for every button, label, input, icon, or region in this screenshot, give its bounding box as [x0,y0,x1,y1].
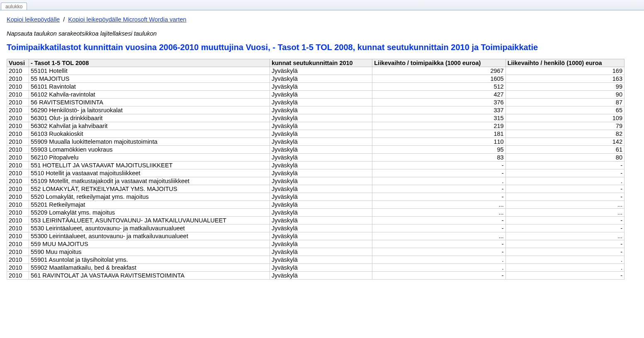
cell-liikevaihto-toimipaikka: 181 [372,130,505,138]
cell-vuosi: 2010 [7,122,29,130]
cell-tasot: 561 RAVINTOLAT JA VASTAAVA RAVITSEMISTOI… [29,272,270,280]
cell-vuosi: 2010 [7,217,29,225]
table-row: 20105520 Lomakylät, retkeilymajat yms. m… [7,193,625,201]
cell-kunnat: Jyväskylä [270,130,372,138]
cell-liikevaihto-toimipaikka: 1605 [372,75,505,83]
cell-liikevaihto-henkilo: 142 [505,138,624,146]
cell-tasot: 559 MUU MAJOITUS [29,240,270,248]
cell-tasot: 56101 Ravintolat [29,83,270,91]
cell-vuosi: 2010 [7,106,29,114]
cell-tasot: 552 LOMAKYLÄT, RETKEILYMAJAT YMS. MAJOIT… [29,185,270,193]
cell-liikevaihto-toimipaikka: - [372,217,505,225]
table-row: 2010553 LEIRINTÄALUEET, ASUNTOVAUNU- JA … [7,217,625,225]
cell-liikevaihto-toimipaikka: ... [372,232,505,240]
cell-kunnat: Jyväskylä [270,248,372,256]
cell-kunnat: Jyväskylä [270,193,372,201]
table-row: 20105530 Leirintäalueet, asuntovaunu- ja… [7,225,625,232]
col-header-tasot[interactable]: - Tasot 1-5 TOL 2008 [29,59,270,67]
cell-tasot: 56290 Henkilöstö- ja laitosruokalat [29,106,270,114]
cell-liikevaihto-henkilo: 99 [505,83,624,91]
cell-liikevaihto-henkilo: 163 [505,75,624,83]
cell-vuosi: 2010 [7,75,29,83]
cell-kunnat: Jyväskylä [270,201,372,209]
cell-kunnat: Jyväskylä [270,225,372,232]
cell-tasot: 55903 Lomamökkien vuokraus [29,146,270,154]
copy-word-link[interactable]: Kopioi leikepöydälle Microsoft Wordia va… [68,16,186,23]
col-header-liikevaihto-toimipaikka[interactable]: Liikevaihto / toimipaikka (1000 euroa) [372,59,505,67]
cell-vuosi: 2010 [7,130,29,138]
tab-current[interactable]: aulukko [1,2,27,10]
cell-liikevaihto-henkilo: ... [505,232,624,240]
cell-kunnat: Jyväskylä [270,232,372,240]
cell-kunnat: Jyväskylä [270,99,372,106]
cell-kunnat: Jyväskylä [270,106,372,114]
cell-kunnat: Jyväskylä [270,240,372,248]
cell-tasot: 5510 Hotellit ja vastaavat majoitusliikk… [29,169,270,177]
table-row: 201055 MAJOITUSJyväskylä1605163 [7,75,625,83]
cell-vuosi: 2010 [7,99,29,106]
cell-tasot: 55209 Lomakylät yms. majoitus [29,209,270,217]
cell-tasot: 553 LEIRINTÄALUEET, ASUNTOVAUNU- JA MATK… [29,217,270,225]
cell-kunnat: Jyväskylä [270,67,372,75]
cell-vuosi: 2010 [7,248,29,256]
cell-vuosi: 2010 [7,169,29,177]
copy-clipboard-link[interactable]: Kopioi leikepöydälle [7,16,60,23]
table-row: 2010551 HOTELLIT JA VASTAAVAT MAJOITUSLI… [7,162,625,169]
col-header-liikevaihto-henkilo[interactable]: Liikevaihto / henkilö (1000) euroa [505,59,624,67]
cell-liikevaihto-henkilo: 80 [505,154,624,162]
cell-tasot: 56103 Ruokakioskit [29,130,270,138]
data-table: Vuosi - Tasot 1-5 TOL 2008 kunnat seutuk… [7,59,625,280]
col-header-kunnat[interactable]: kunnat seutukunnittain 2010 [270,59,372,67]
table-row: 201055109 Motellit, matkustajakodit ja v… [7,177,625,185]
cell-kunnat: Jyväskylä [270,272,372,280]
tab-strip: aulukko [0,0,644,10]
cell-kunnat: Jyväskylä [270,185,372,193]
cell-vuosi: 2010 [7,185,29,193]
table-row: 201056 RAVITSEMISTOIMINTAJyväskylä37687 [7,99,625,106]
cell-vuosi: 2010 [7,83,29,91]
cell-liikevaihto-toimipaikka: - [372,193,505,201]
table-row: 2010561 RAVINTOLAT JA VASTAAVA RAVITSEMI… [7,272,625,280]
cell-vuosi: 2010 [7,146,29,154]
cell-tasot: 5520 Lomakylät, retkeilymajat yms. majoi… [29,193,270,201]
cell-vuosi: 2010 [7,67,29,75]
cell-kunnat: Jyväskylä [270,83,372,91]
cell-kunnat: Jyväskylä [270,162,372,169]
table-row: 201055909 Muualla luokittelematon majoit… [7,138,625,146]
cell-liikevaihto-henkilo: - [505,193,624,201]
table-header-row: Vuosi - Tasot 1-5 TOL 2008 kunnat seutuk… [7,59,625,67]
cell-kunnat: Jyväskylä [270,169,372,177]
table-row: 201056210 PitopalveluJyväskylä8380 [7,154,625,162]
cell-tasot: 55 MAJOITUS [29,75,270,83]
cell-vuosi: 2010 [7,264,29,272]
cell-vuosi: 2010 [7,154,29,162]
cell-tasot: 56102 Kahvila-ravintolat [29,91,270,99]
cell-vuosi: 2010 [7,209,29,217]
cell-tasot: 5590 Muu majoitus [29,248,270,256]
cell-tasot: 56210 Pitopalvelu [29,154,270,162]
cell-liikevaihto-toimipaikka: 427 [372,91,505,99]
col-header-vuosi[interactable]: Vuosi [7,59,29,67]
cell-kunnat: Jyväskylä [270,138,372,146]
table-row: 201056102 Kahvila-ravintolatJyväskylä427… [7,91,625,99]
table-row: 201056301 Olut- ja drinkkibaaritJyväskyl… [7,114,625,122]
table-row: 201055101 HotellitJyväskylä2967169 [7,67,625,75]
table-row: 201056101 RavintolatJyväskylä51299 [7,83,625,91]
cell-tasot: 551 HOTELLIT JA VASTAAVAT MAJOITUSLIIKKE… [29,162,270,169]
cell-liikevaihto-toimipaikka: - [372,162,505,169]
cell-kunnat: Jyväskylä [270,114,372,122]
cell-liikevaihto-henkilo: 82 [505,130,624,138]
cell-liikevaihto-henkilo: 79 [505,122,624,130]
cell-vuosi: 2010 [7,193,29,201]
cell-tasot: 55909 Muualla luokittelematon majoitusto… [29,138,270,146]
table-row: 20105590 Muu majoitusJyväskylä-- [7,248,625,256]
table-title: Toimipaikkatilastot kunnittain vuosina 2… [7,43,637,52]
cell-liikevaihto-toimipaikka: 219 [372,122,505,130]
cell-liikevaihto-henkilo: 109 [505,114,624,122]
cell-liikevaihto-toimipaikka: - [372,225,505,232]
cell-liikevaihto-henkilo: 169 [505,67,624,75]
cell-tasot: 55902 Maatilamatkailu, bed & breakfast [29,264,270,272]
table-row: 201055209 Lomakylät yms. majoitusJyväsky… [7,209,625,217]
cell-liikevaihto-toimipaikka: - [372,185,505,193]
cell-liikevaihto-henkilo: ... [505,201,624,209]
